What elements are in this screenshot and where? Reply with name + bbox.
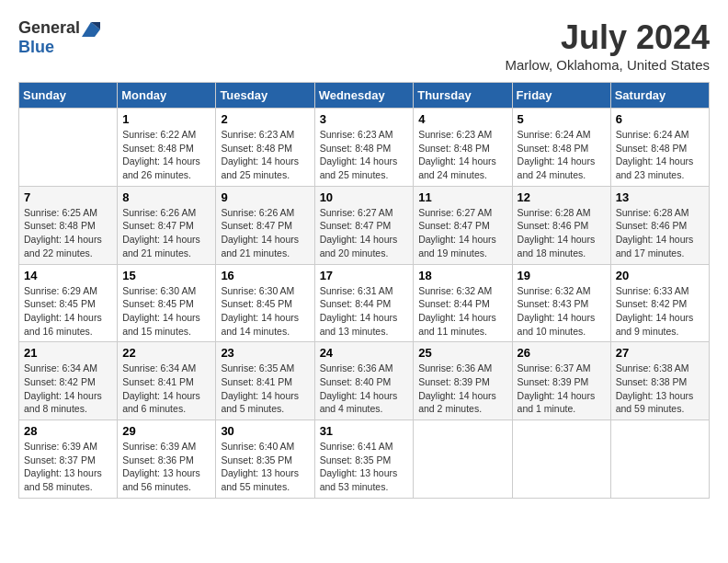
day-detail: Sunrise: 6:27 AM Sunset: 8:47 PM Dayligh… [418, 206, 506, 260]
calendar-day-cell [610, 420, 709, 499]
day-detail: Sunrise: 6:39 AM Sunset: 8:37 PM Dayligh… [24, 440, 112, 494]
calendar-day-header: Friday [512, 83, 610, 109]
day-number: 25 [418, 346, 506, 360]
calendar-day-cell: 11Sunrise: 6:27 AM Sunset: 8:47 PM Dayli… [414, 186, 512, 264]
day-detail: Sunrise: 6:24 AM Sunset: 8:48 PM Dayligh… [518, 128, 606, 182]
day-number: 23 [221, 346, 309, 360]
day-number: 2 [221, 112, 309, 126]
day-number: 4 [418, 112, 506, 126]
calendar-week-row: 28Sunrise: 6:39 AM Sunset: 8:37 PM Dayli… [19, 420, 710, 499]
day-number: 19 [518, 269, 606, 282]
calendar-day-cell: 16Sunrise: 6:30 AM Sunset: 8:45 PM Dayli… [216, 264, 314, 342]
calendar-week-row: 1Sunrise: 6:22 AM Sunset: 8:48 PM Daylig… [19, 109, 710, 187]
calendar-day-cell: 24Sunrise: 6:36 AM Sunset: 8:40 PM Dayli… [314, 342, 414, 420]
day-detail: Sunrise: 6:39 AM Sunset: 8:36 PM Dayligh… [122, 440, 210, 494]
day-detail: Sunrise: 6:41 AM Sunset: 8:35 PM Dayligh… [320, 440, 409, 494]
day-number: 30 [221, 424, 309, 438]
calendar-day-header: Tuesday [216, 83, 314, 109]
day-detail: Sunrise: 6:29 AM Sunset: 8:45 PM Dayligh… [24, 284, 112, 339]
calendar-header-row: SundayMondayTuesdayWednesdayThursdayFrid… [19, 83, 710, 109]
calendar-day-cell: 1Sunrise: 6:22 AM Sunset: 8:48 PM Daylig… [118, 109, 216, 187]
calendar-day-cell [19, 109, 118, 187]
calendar-day-header: Saturday [610, 83, 709, 109]
calendar-day-cell [512, 420, 610, 499]
day-number: 9 [221, 190, 309, 204]
day-number: 8 [122, 190, 210, 204]
day-detail: Sunrise: 6:33 AM Sunset: 8:42 PM Dayligh… [616, 284, 704, 339]
calendar-day-cell [414, 420, 512, 499]
day-number: 13 [616, 190, 704, 204]
calendar-day-cell: 4Sunrise: 6:23 AM Sunset: 8:48 PM Daylig… [414, 109, 512, 187]
calendar-day-header: Sunday [19, 83, 118, 109]
location-text: Marlow, Oklahoma, United States [505, 57, 710, 73]
day-number: 10 [320, 190, 409, 204]
day-detail: Sunrise: 6:26 AM Sunset: 8:47 PM Dayligh… [221, 206, 309, 260]
calendar-day-cell: 25Sunrise: 6:36 AM Sunset: 8:39 PM Dayli… [414, 342, 512, 420]
calendar-day-cell: 15Sunrise: 6:30 AM Sunset: 8:45 PM Dayli… [118, 264, 216, 342]
day-number: 28 [24, 424, 112, 438]
day-number: 20 [616, 269, 704, 282]
calendar-day-header: Monday [118, 83, 216, 109]
day-number: 5 [518, 112, 606, 126]
day-detail: Sunrise: 6:28 AM Sunset: 8:46 PM Dayligh… [616, 206, 704, 260]
calendar-day-cell: 8Sunrise: 6:26 AM Sunset: 8:47 PM Daylig… [118, 186, 216, 264]
day-number: 14 [24, 269, 112, 282]
day-detail: Sunrise: 6:30 AM Sunset: 8:45 PM Dayligh… [122, 284, 210, 339]
calendar-day-cell: 27Sunrise: 6:38 AM Sunset: 8:38 PM Dayli… [610, 342, 709, 420]
calendar-week-row: 21Sunrise: 6:34 AM Sunset: 8:42 PM Dayli… [19, 342, 710, 420]
day-number: 31 [320, 424, 409, 438]
day-detail: Sunrise: 6:26 AM Sunset: 8:47 PM Dayligh… [122, 206, 210, 260]
day-detail: Sunrise: 6:30 AM Sunset: 8:45 PM Dayligh… [221, 284, 309, 339]
calendar-day-header: Thursday [414, 83, 512, 109]
calendar-week-row: 14Sunrise: 6:29 AM Sunset: 8:45 PM Dayli… [19, 264, 710, 342]
calendar-day-cell: 12Sunrise: 6:28 AM Sunset: 8:46 PM Dayli… [512, 186, 610, 264]
day-number: 6 [616, 112, 704, 126]
day-detail: Sunrise: 6:24 AM Sunset: 8:48 PM Dayligh… [616, 128, 704, 182]
month-year-title: July 2024 [505, 18, 710, 57]
calendar-day-cell: 10Sunrise: 6:27 AM Sunset: 8:47 PM Dayli… [314, 186, 414, 264]
day-number: 15 [122, 269, 210, 282]
calendar-body: 1Sunrise: 6:22 AM Sunset: 8:48 PM Daylig… [19, 109, 710, 499]
calendar-day-cell: 17Sunrise: 6:31 AM Sunset: 8:44 PM Dayli… [314, 264, 414, 342]
title-area: July 2024 Marlow, Oklahoma, United State… [505, 18, 710, 73]
logo-icon [82, 22, 100, 37]
day-detail: Sunrise: 6:27 AM Sunset: 8:47 PM Dayligh… [320, 206, 409, 260]
day-detail: Sunrise: 6:25 AM Sunset: 8:48 PM Dayligh… [24, 206, 112, 260]
calendar-day-cell: 18Sunrise: 6:32 AM Sunset: 8:44 PM Dayli… [414, 264, 512, 342]
calendar-day-cell: 21Sunrise: 6:34 AM Sunset: 8:42 PM Dayli… [19, 342, 118, 420]
day-detail: Sunrise: 6:22 AM Sunset: 8:48 PM Dayligh… [122, 128, 210, 182]
calendar-day-cell: 19Sunrise: 6:32 AM Sunset: 8:43 PM Dayli… [512, 264, 610, 342]
day-detail: Sunrise: 6:38 AM Sunset: 8:38 PM Dayligh… [616, 362, 704, 416]
day-number: 24 [320, 346, 409, 360]
day-detail: Sunrise: 6:31 AM Sunset: 8:44 PM Dayligh… [320, 284, 409, 339]
logo-general-text: General [18, 18, 80, 38]
calendar-day-cell: 13Sunrise: 6:28 AM Sunset: 8:46 PM Dayli… [610, 186, 709, 264]
calendar-day-cell: 22Sunrise: 6:34 AM Sunset: 8:41 PM Dayli… [118, 342, 216, 420]
calendar-day-cell: 20Sunrise: 6:33 AM Sunset: 8:42 PM Dayli… [610, 264, 709, 342]
day-number: 29 [122, 424, 210, 438]
calendar-day-cell: 30Sunrise: 6:40 AM Sunset: 8:35 PM Dayli… [216, 420, 314, 499]
day-detail: Sunrise: 6:23 AM Sunset: 8:48 PM Dayligh… [418, 128, 506, 182]
day-number: 17 [320, 269, 409, 282]
calendar-day-cell: 26Sunrise: 6:37 AM Sunset: 8:39 PM Dayli… [512, 342, 610, 420]
day-detail: Sunrise: 6:28 AM Sunset: 8:46 PM Dayligh… [518, 206, 606, 260]
day-number: 26 [518, 346, 606, 360]
calendar-day-cell: 23Sunrise: 6:35 AM Sunset: 8:41 PM Dayli… [216, 342, 314, 420]
day-number: 11 [418, 190, 506, 204]
day-detail: Sunrise: 6:23 AM Sunset: 8:48 PM Dayligh… [320, 128, 409, 182]
page-header: General Blue July 2024 Marlow, Oklahoma,… [18, 18, 710, 73]
calendar-day-cell: 31Sunrise: 6:41 AM Sunset: 8:35 PM Dayli… [314, 420, 414, 499]
calendar-day-cell: 9Sunrise: 6:26 AM Sunset: 8:47 PM Daylig… [216, 186, 314, 264]
day-detail: Sunrise: 6:23 AM Sunset: 8:48 PM Dayligh… [221, 128, 309, 182]
calendar-day-cell: 5Sunrise: 6:24 AM Sunset: 8:48 PM Daylig… [512, 109, 610, 187]
day-number: 18 [418, 269, 506, 282]
day-detail: Sunrise: 6:32 AM Sunset: 8:44 PM Dayligh… [418, 284, 506, 339]
calendar-week-row: 7Sunrise: 6:25 AM Sunset: 8:48 PM Daylig… [19, 186, 710, 264]
calendar-day-cell: 3Sunrise: 6:23 AM Sunset: 8:48 PM Daylig… [314, 109, 414, 187]
day-detail: Sunrise: 6:34 AM Sunset: 8:41 PM Dayligh… [122, 362, 210, 416]
logo-blue-text: Blue [18, 38, 54, 56]
logo: General Blue [18, 18, 100, 57]
calendar-day-cell: 7Sunrise: 6:25 AM Sunset: 8:48 PM Daylig… [19, 186, 118, 264]
day-detail: Sunrise: 6:35 AM Sunset: 8:41 PM Dayligh… [221, 362, 309, 416]
day-detail: Sunrise: 6:37 AM Sunset: 8:39 PM Dayligh… [518, 362, 606, 416]
